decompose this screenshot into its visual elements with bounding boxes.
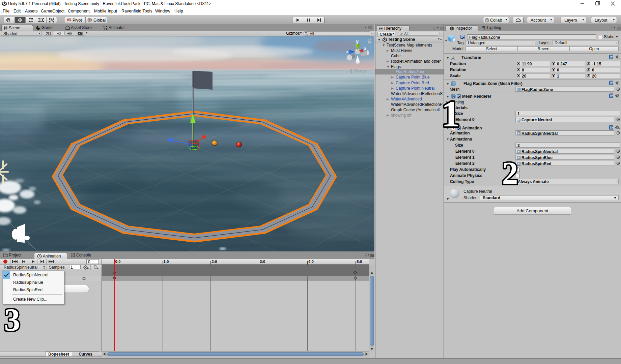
svg-text:?: ? (611, 82, 613, 85)
svg-text:y: y (356, 38, 359, 44)
svg-text:z: z (346, 49, 348, 54)
svg-text:?: ? (611, 94, 613, 98)
svg-text:2: 2 (502, 155, 518, 191)
svg-text:?: ? (611, 56, 613, 59)
svg-text:?: ? (611, 126, 613, 129)
svg-text:❮ Persp: ❮ Persp (349, 68, 366, 74)
svg-text:1: 1 (442, 93, 460, 134)
svg-text:x: x (364, 46, 367, 51)
svg-text:3: 3 (4, 302, 20, 338)
